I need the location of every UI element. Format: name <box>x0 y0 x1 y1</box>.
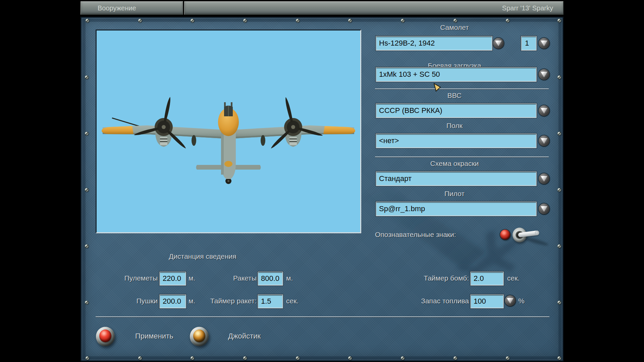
regiment-label: Полк <box>446 122 463 130</box>
top-tab-bar: Вооружение Sparr '13' Sparky <box>80 1 564 15</box>
pilot-dropdown-arrow[interactable] <box>539 203 549 214</box>
rivet-icon <box>85 75 89 79</box>
regiment-select[interactable]: <нет> <box>376 133 537 148</box>
paint-scheme-label: Схема окраски <box>430 160 479 168</box>
apply-button[interactable] <box>96 327 115 346</box>
rivet-icon <box>506 356 509 360</box>
aircraft-count-dropdown-arrow[interactable] <box>539 38 549 49</box>
airforce-label: ВВС <box>447 92 462 100</box>
regiment-value: <нет> <box>379 136 399 145</box>
down-triangle-icon <box>541 206 547 212</box>
player-name-label: Sparr '13' Sparky <box>502 4 553 12</box>
rivet-icon <box>401 356 405 360</box>
rivet-icon <box>85 244 89 248</box>
rockets-input[interactable]: 800.0 <box>258 272 283 286</box>
separator <box>96 316 549 317</box>
pilot-label: Пилот <box>444 190 465 198</box>
amber-button-icon <box>193 329 205 342</box>
aircraft-dropdown-arrow[interactable] <box>493 38 504 49</box>
rivet-icon <box>243 356 247 360</box>
paint-scheme-select[interactable]: Стандарт <box>376 171 537 186</box>
rivet-icon <box>85 301 89 304</box>
rivet-icon <box>296 356 300 360</box>
armament-screen: Вооружение Sparr '13' Sparky <box>0 0 644 362</box>
pilot-select[interactable]: Sp@rr_1.bmp <box>376 201 537 216</box>
machineguns-label: Пулеметы <box>124 274 158 282</box>
rivet-icon <box>243 19 247 22</box>
rivet-icon <box>86 19 89 22</box>
rivet-icon <box>348 356 352 360</box>
joystick-button[interactable] <box>190 327 209 346</box>
machineguns-unit: м. <box>189 274 195 282</box>
convergence-title: Дистанция сведения <box>169 252 236 260</box>
rocket-timer-input[interactable]: 1.5 <box>258 294 283 308</box>
fuel-dropdown-arrow[interactable] <box>505 295 516 306</box>
rivet-icon <box>557 356 561 360</box>
rivet-icon <box>557 75 561 79</box>
fuel-input[interactable]: 100 <box>470 294 504 308</box>
regiment-dropdown-arrow[interactable] <box>539 135 549 146</box>
airforce-select[interactable]: СССР (ВВС РККА) <box>376 103 537 118</box>
down-triangle-icon <box>495 41 502 46</box>
rivet-icon <box>191 19 194 22</box>
rocket-timer-unit: сек. <box>286 297 299 305</box>
rivet-icon <box>453 356 457 360</box>
rivet-icon <box>557 132 561 135</box>
tab-player-name[interactable]: Sparr '13' Sparky <box>184 1 564 15</box>
machineguns-input[interactable]: 220.0 <box>159 272 186 286</box>
aircraft-count-value: 1 <box>525 39 529 47</box>
rivet-icon <box>348 19 352 22</box>
cannons-unit: м. <box>189 297 195 305</box>
rivet-icon <box>557 301 561 304</box>
aircraft-front-view <box>97 31 360 232</box>
aircraft-preview <box>96 29 361 233</box>
separator <box>375 157 549 157</box>
rocket-timer-label: Таймер ракет: <box>210 297 257 305</box>
rockets-label: Ракеты <box>233 274 257 282</box>
rivet-icon <box>557 19 561 22</box>
paint-scheme-value: Стандарт <box>379 174 412 183</box>
red-button-icon <box>99 329 111 342</box>
aircraft-label: Самолет <box>440 23 469 32</box>
down-triangle-icon <box>541 108 547 114</box>
bomb-timer-input[interactable]: 2.0 <box>470 272 504 286</box>
loadout-select[interactable]: 1xMk 103 + SC 50 <box>376 67 537 82</box>
down-triangle-icon <box>541 72 547 77</box>
rivet-icon <box>138 356 142 360</box>
bomb-timer-label: Таймер бомб: <box>424 274 469 282</box>
rivet-icon <box>557 188 561 192</box>
separator <box>375 88 549 89</box>
rivet-icon <box>296 19 300 22</box>
joystick-button-label: Джойстик <box>228 332 261 341</box>
down-triangle-icon <box>541 176 547 182</box>
airforce-dropdown-arrow[interactable] <box>539 105 549 116</box>
fuel-label: Запас топлива <box>421 297 469 305</box>
loadout-dropdown-arrow[interactable] <box>539 69 549 80</box>
paint-scheme-dropdown-arrow[interactable] <box>539 173 549 184</box>
rivet-icon <box>138 19 142 22</box>
aircraft-count-select[interactable]: 1 <box>521 36 537 51</box>
rivet-icon <box>453 19 457 22</box>
rockets-unit: м. <box>286 274 293 282</box>
tab-armament-label: Вооружение <box>98 4 136 12</box>
fuel-unit: % <box>518 297 525 305</box>
markings-label: Опознавательные знаки: <box>375 231 456 239</box>
airforce-value: СССР (ВВС РККА) <box>379 106 442 115</box>
aircraft-select[interactable]: Hs-129B-2, 1942 <box>376 36 492 51</box>
apply-button-label: Применить <box>135 332 173 341</box>
cannons-label: Пушки <box>137 297 158 305</box>
rivet-icon <box>401 19 405 22</box>
down-triangle-icon <box>541 41 547 46</box>
tab-armament[interactable]: Вооружение <box>80 1 183 15</box>
down-triangle-icon <box>507 298 514 304</box>
markings-indicator-lamp <box>500 230 510 240</box>
rivet-icon <box>557 244 561 248</box>
rivet-icon <box>85 188 89 192</box>
loadout-value: 1xMk 103 + SC 50 <box>379 70 440 78</box>
rivet-icon <box>191 356 194 360</box>
rivet-icon <box>506 19 509 22</box>
cannons-input[interactable]: 200.0 <box>159 294 186 308</box>
down-triangle-icon <box>541 138 547 144</box>
aircraft-value: Hs-129B-2, 1942 <box>379 39 435 47</box>
rivet-icon <box>85 132 89 135</box>
